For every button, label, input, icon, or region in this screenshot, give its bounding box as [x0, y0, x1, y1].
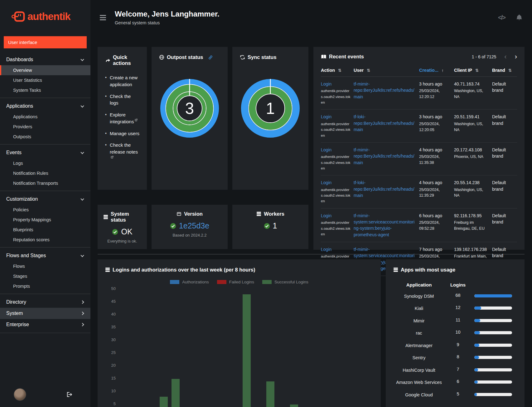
- sidebar-divider: [0, 144, 90, 145]
- event-user-link[interactable]: tf-loki-repo:BeryJu/k8s:ref:refs/heads/m…: [354, 180, 414, 198]
- events-column-creatio[interactable]: Creatio...↑: [419, 68, 454, 73]
- outpost-status-donut: 3: [159, 78, 220, 139]
- events-column-action[interactable]: Action⇅: [321, 68, 354, 73]
- app-name: HashiCorp Vault: [393, 367, 445, 374]
- events-pagination-top: 1 - 6 of 7125 ‹ ›: [472, 54, 517, 59]
- event-action-link[interactable]: Login: [321, 81, 331, 86]
- event-brand: Default brand: [492, 179, 517, 204]
- event-action-link[interactable]: Login: [321, 147, 331, 152]
- pagination-prev-icon[interactable]: ‹: [504, 55, 506, 58]
- sort-both-icon: ⇅: [367, 68, 370, 73]
- sidebar-group-system[interactable]: System: [0, 308, 90, 319]
- app-logins: 68: [445, 293, 471, 298]
- sidebar-group-dashboards[interactable]: Dashboards: [0, 54, 90, 65]
- apps-usage-row: Amazon Web Services6: [393, 379, 517, 386]
- sidebar-group-applications[interactable]: Applications: [0, 101, 90, 112]
- events-column-brand[interactable]: Brand⇅: [492, 68, 517, 73]
- version-card: Version 1e25d3e Based on 2024.2.2: [152, 205, 228, 249]
- sidebar-item-providers[interactable]: Providers: [0, 122, 90, 132]
- logout-icon[interactable]: [66, 391, 72, 398]
- sync-status-card: Sync status 1: [232, 47, 308, 190]
- apps-table-body: Synology DSM68Kiali12Mimir11rac10Alertma…: [393, 293, 517, 398]
- quick-action-manage-users[interactable]: Manage users: [110, 130, 139, 137]
- sidebar-item-reputation-scores[interactable]: Reputation scores: [0, 235, 90, 245]
- sidebar-item-flows[interactable]: Flows: [0, 261, 90, 271]
- user-interface-button[interactable]: User interface: [4, 36, 87, 48]
- event-client-ip: 20.172.43.108: [454, 147, 489, 153]
- api-code-icon[interactable]: </>: [498, 14, 505, 21]
- event-action-link[interactable]: Login: [321, 114, 331, 119]
- sidebar-group-label: Events: [6, 150, 22, 155]
- legend-item-authorizations: Authorizations: [170, 280, 209, 284]
- sidebar-group-events[interactable]: Events: [0, 147, 90, 158]
- event-action-link[interactable]: Login: [321, 180, 331, 185]
- pagination-next-icon[interactable]: ›: [515, 55, 517, 58]
- event-client-ip: 20.51.159.41: [454, 114, 489, 120]
- apps-usage-row: Sentry8: [393, 354, 517, 361]
- event-row: Loginauthentik.providers.oauth2.views.to…: [321, 77, 517, 110]
- sidebar-group-customization[interactable]: Customization: [0, 194, 90, 205]
- chevron-down-icon: [80, 197, 84, 200]
- sidebar-item-user-statistics[interactable]: User Statistics: [0, 75, 90, 85]
- chevron-right-icon: [80, 323, 84, 326]
- system-status-value: OK: [121, 227, 132, 236]
- app-logins: 11: [445, 317, 471, 322]
- logins-chart-card: Logins and authorizations over the last …: [98, 259, 381, 407]
- sidebar-group-directory[interactable]: Directory: [0, 297, 90, 308]
- sidebar-item-logs[interactable]: Logs: [0, 158, 90, 168]
- sort-both-icon: ⇅: [508, 68, 512, 73]
- page-subtitle: General system status: [115, 20, 220, 25]
- quick-action-check-the-logs[interactable]: Check the logs: [110, 93, 139, 107]
- sort-both-icon: ⇅: [475, 68, 479, 73]
- workers-value: 1: [273, 221, 277, 230]
- outpost-link-icon[interactable]: [208, 55, 213, 60]
- quick-action-explore-integrations[interactable]: Explore integrations: [110, 111, 139, 125]
- recent-events-card: Recent events 1 - 6 of 7125 ‹ › Action⇅U…: [313, 47, 525, 250]
- legend-swatch: [217, 280, 226, 284]
- app-usage-bar: [474, 306, 512, 310]
- recent-events-title: Recent events: [329, 54, 364, 60]
- quick-action-check-the-release-notes[interactable]: Check the release notes: [110, 142, 139, 162]
- sync-status-value: 1: [266, 100, 275, 117]
- event-action-link[interactable]: Login: [321, 213, 331, 218]
- sidebar-item-outposts[interactable]: Outposts: [0, 132, 90, 142]
- sidebar-item-property-mappings[interactable]: Property Mappings: [0, 215, 90, 225]
- y-axis-tick: 45: [105, 299, 116, 304]
- sidebar-item-notification-rules[interactable]: Notification Rules: [0, 168, 90, 178]
- sidebar-item-system-tasks[interactable]: System Tasks: [0, 85, 90, 95]
- events-column-user[interactable]: User⇅: [354, 68, 419, 73]
- sidebar-group-label: Dashboards: [6, 57, 33, 62]
- version-link[interactable]: 1e25d3e: [179, 221, 209, 230]
- sidebar-item-overview[interactable]: Overview: [0, 65, 90, 75]
- sidebar-item-blueprints[interactable]: Blueprints: [0, 225, 90, 235]
- event-action-app: authentik.providers.oauth2.views.token: [321, 154, 351, 171]
- app-name: Sentry: [393, 354, 445, 361]
- sidebar-item-stages[interactable]: Stages: [0, 271, 90, 281]
- avatar[interactable]: [14, 388, 26, 401]
- chevron-right-icon: [80, 300, 84, 304]
- sidebar-item-policies[interactable]: Policies: [0, 205, 90, 215]
- system-status-subtitle: Everything is ok.: [107, 239, 137, 243]
- events-column-client-ip[interactable]: Client IP⇅: [454, 68, 492, 73]
- quick-actions-list: Create a new applicationCheck the logsEx…: [105, 74, 139, 162]
- event-user-link[interactable]: tf-mimir-repo:BeryJu/k8s:ref:refs/heads/…: [354, 81, 414, 99]
- sidebar-group-enterprise[interactable]: Enterprise: [0, 319, 90, 330]
- event-geo: Freiburg im Breisgau, DE, EU: [454, 220, 489, 232]
- event-user-link[interactable]: tf-mimir-system:serviceaccount:monitorin…: [354, 213, 414, 237]
- sidebar-item-applications[interactable]: Applications: [0, 112, 90, 122]
- sidebar-item-notification-transports[interactable]: Notification Transports: [0, 178, 90, 188]
- event-user-link[interactable]: tf-mimir-repo:BeryJu/k8s:ref:refs/heads/…: [354, 147, 414, 165]
- sidebar-item-prompts[interactable]: Prompts: [0, 281, 90, 291]
- sync-icon: [240, 55, 245, 60]
- apps-col-application: Application: [393, 282, 445, 287]
- quick-action-create-a-new-application[interactable]: Create a new application: [110, 74, 139, 88]
- event-geo: Washington, US, NA: [454, 88, 489, 100]
- event-action-link[interactable]: Login: [321, 247, 331, 252]
- app-usage-bar: [474, 294, 512, 297]
- authentik-logo: authentik: [0, 0, 90, 32]
- event-user-link[interactable]: tf-loki-repo:BeryJu/k8s:ref:refs/heads/m…: [354, 114, 414, 132]
- notifications-bell-icon[interactable]: [516, 14, 523, 21]
- sidebar-group-flows-and-stages[interactable]: Flows and Stages: [0, 250, 90, 261]
- page-title: Welcome, Jens Langhammer.: [115, 10, 220, 18]
- hamburger-menu-icon[interactable]: [98, 13, 108, 22]
